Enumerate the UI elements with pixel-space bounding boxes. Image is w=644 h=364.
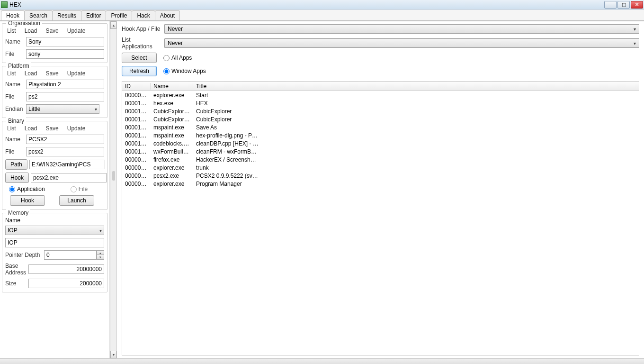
org-save-link[interactable]: Save [45, 27, 58, 34]
scroll-grip-icon[interactable] [112, 171, 115, 181]
org-file-input[interactable] [26, 49, 104, 59]
table-row[interactable]: 00000770explorer.exeProgram Manager [122, 180, 639, 188]
tab-editor[interactable]: Editor [81, 10, 106, 20]
tab-results[interactable]: Results [52, 10, 81, 20]
minimize-button[interactable]: — [604, 1, 617, 9]
bin-load-link[interactable]: Load [25, 125, 37, 132]
select-button[interactable]: Select [122, 53, 157, 63]
maximize-button[interactable]: ▢ [617, 1, 630, 9]
group-title-organisation: Organisation [6, 21, 42, 27]
plat-endian-select[interactable]: Little [26, 104, 99, 114]
table-row[interactable]: 0000010Cexplorer.exetrunk [122, 164, 639, 172]
cell-id: 000013A0 [122, 132, 151, 139]
cell-id: 00000274 [122, 156, 151, 163]
org-list-link[interactable]: List [7, 27, 16, 34]
scroll-down-icon[interactable]: ▾ [110, 351, 116, 358]
spin-down-icon[interactable]: ▾ [97, 255, 104, 259]
table-row[interactable]: 0000126CwxFormBuilde...cleanFRM - wxForm… [122, 147, 639, 155]
bin-exe-input[interactable] [31, 173, 107, 182]
window-apps-radio[interactable]: Window Apps [163, 68, 206, 74]
mem-region-select[interactable]: IOP [5, 226, 104, 235]
plat-load-link[interactable]: Load [25, 70, 37, 77]
statusbar [0, 358, 644, 364]
file-radio[interactable]: File [71, 186, 88, 192]
hook-button[interactable]: Hook [10, 195, 45, 206]
tabbar: HookSearchResultsEditorProfileHackAbout [0, 9, 644, 21]
org-file-label: File [5, 51, 24, 57]
plat-update-link[interactable]: Update [67, 70, 86, 77]
table-row[interactable]: 000013A0mspaint.exehex-profile-dlg.png -… [122, 131, 639, 139]
mem-name-label: Name [5, 217, 20, 224]
tab-about[interactable]: About [155, 10, 180, 20]
close-button[interactable]: ✕ [631, 1, 643, 9]
all-apps-radio[interactable]: All Apps [163, 55, 192, 61]
group-title-platform: Platform [6, 63, 31, 69]
cell-title: HackerEX / Screenshots - ... [193, 156, 262, 163]
group-memory: Memory Name IOP Pointer Depth ▴▾ Base Ad… [2, 213, 107, 292]
tab-profile[interactable]: Profile [106, 10, 132, 20]
plat-name-label: Name [5, 81, 24, 88]
path-button[interactable]: Path [5, 159, 27, 170]
col-name[interactable]: Name [151, 83, 193, 90]
col-title[interactable]: Title [193, 83, 262, 90]
table-row[interactable]: 00000798pcsx2.exePCSX2 0.9.9.5222 (svn) … [122, 172, 639, 180]
plat-save-link[interactable]: Save [45, 70, 58, 77]
table-row[interactable]: 00001368CubicExplorer...CubicExplorer [122, 115, 639, 123]
list-applications-select[interactable]: Never [164, 38, 639, 48]
pointer-depth-input[interactable] [44, 250, 97, 260]
sidebar-scrollbar[interactable]: ▴ ▾ [110, 21, 117, 358]
bin-save-link[interactable]: Save [45, 125, 58, 132]
launch-button[interactable]: Launch [59, 195, 94, 206]
table-row[interactable]: 000013A0mspaint.exeSave As [122, 123, 639, 131]
plat-name-input[interactable] [26, 80, 104, 89]
size-input[interactable] [28, 279, 104, 288]
tab-hack[interactable]: Hack [132, 10, 155, 20]
mem-ba-label: Base Address [5, 263, 27, 276]
org-update-link[interactable]: Update [67, 27, 86, 34]
table-row[interactable]: 00000770explorer.exeStart [122, 91, 639, 99]
tab-hook[interactable]: Hook [1, 10, 25, 20]
col-id[interactable]: ID [122, 83, 151, 90]
refresh-button[interactable]: Refresh [122, 66, 157, 76]
cell-title: HEX [193, 100, 262, 107]
scroll-up-icon[interactable]: ▴ [110, 21, 116, 29]
bin-path-input[interactable] [29, 160, 105, 169]
cell-title: cleanFRM - wxFormBuilder... [193, 148, 262, 155]
plat-list-link[interactable]: List [7, 70, 16, 77]
table-row[interactable]: 0000114Ccodeblocks.execleanDBP.cpp [HEX]… [122, 139, 639, 147]
list-header: ID Name Title [122, 82, 639, 91]
pointer-depth-spin[interactable]: ▴▾ [44, 250, 104, 260]
cell-id: 0000126C [122, 148, 151, 155]
bin-name-input[interactable] [26, 135, 104, 144]
bin-list-link[interactable]: List [7, 125, 16, 132]
cell-name: mspaint.exe [151, 124, 193, 131]
bin-file-input[interactable] [26, 147, 104, 156]
cell-title: PCSX2 0.9.9.5222 (svn) ... [193, 173, 262, 179]
list-applications-label: List Applications [122, 36, 161, 50]
cell-title: Start [193, 92, 262, 99]
org-load-link[interactable]: Load [25, 27, 37, 34]
base-address-input[interactable] [28, 264, 104, 274]
mem-region-text[interactable] [5, 238, 104, 247]
sidebar: Organisation List Load Save Update Name … [0, 21, 110, 358]
table-row[interactable]: 00000274firefox.exeHackerEX / Screenshot… [122, 155, 639, 164]
cell-title: cleanDBP.cpp [HEX] - Cod... [193, 140, 262, 147]
cell-name: CubicExplorer... [151, 116, 193, 123]
table-row[interactable]: 0000130Chex.exeHEX [122, 99, 639, 107]
hook-app-file-select[interactable]: Never [164, 24, 639, 34]
application-radio[interactable]: Application [9, 186, 45, 192]
bin-update-link[interactable]: Update [67, 125, 86, 132]
content-pane: Hook App / File Never List Applications … [117, 21, 644, 358]
plat-file-input[interactable] [26, 92, 104, 101]
plat-file-label: File [5, 93, 24, 100]
org-name-input[interactable] [26, 37, 104, 46]
spin-up-icon[interactable]: ▴ [97, 251, 104, 255]
scroll-track[interactable] [110, 29, 116, 351]
group-title-memory: Memory [6, 209, 30, 216]
cell-id: 0000010C [122, 164, 151, 171]
table-row[interactable]: 00001368CubicExplorer...CubicExplorer [122, 107, 639, 115]
tab-search[interactable]: Search [24, 10, 53, 20]
group-platform: Platform List Load Save Update Name File… [2, 66, 107, 118]
bin-file-label: File [5, 148, 24, 155]
hook-exe-button[interactable]: Hook [5, 173, 29, 183]
